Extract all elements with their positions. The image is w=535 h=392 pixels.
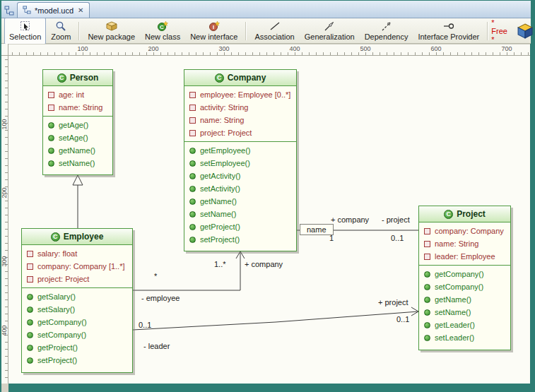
method-row[interactable]: getCompany() — [22, 316, 132, 328]
attribute-row[interactable]: name: String — [43, 101, 112, 114]
ruler-mark: 100 — [77, 45, 88, 52]
attribute-row[interactable]: project: Project — [184, 126, 296, 139]
toolbar-button-association[interactable]: Association — [249, 18, 299, 44]
method-row[interactable]: setCompany() — [419, 280, 510, 293]
association-name-label[interactable]: name — [300, 224, 334, 235]
role-label[interactable]: + project — [378, 298, 408, 307]
attribute-row[interactable]: company: Company [1..*] — [22, 260, 132, 273]
toolbar-button-interface-provider[interactable]: Interface Provider — [413, 18, 484, 44]
toolbar-button-label: Generalization — [305, 32, 355, 41]
method-text: getLeader() — [435, 321, 475, 329]
toolbar-button-new-package[interactable]: New package — [83, 18, 140, 44]
attribute-row[interactable]: activity: String — [184, 101, 296, 114]
multiplicity-label[interactable]: 1..* — [214, 260, 226, 268]
toolbar-button-zoom[interactable]: Zoom — [46, 18, 76, 44]
method-row[interactable]: getActivity() — [184, 170, 296, 182]
method-row[interactable]: getProject() — [22, 341, 132, 354]
method-row[interactable]: getAge() — [43, 119, 112, 131]
association-employee-project[interactable] — [133, 307, 418, 330]
method-row[interactable]: getLeader() — [419, 319, 510, 331]
toolbar-button-new-interface[interactable]: I New interface — [185, 18, 242, 44]
interface-provider-icon — [443, 20, 454, 32]
multiplicity-label[interactable]: * — [154, 272, 157, 280]
multiplicity-label[interactable]: 1 — [329, 234, 334, 242]
dependency-icon — [381, 20, 392, 32]
attribute-text: activity: String — [200, 103, 248, 112]
role-label[interactable]: + company — [331, 215, 369, 224]
class-company[interactable]: C Company employee: Employee [0..*] acti… — [184, 69, 297, 251]
diagram-canvas[interactable]: C Person age: int name: String getAge() … — [8, 56, 530, 384]
method-row[interactable]: setActivity() — [184, 182, 296, 195]
method-text: setAge() — [59, 133, 88, 142]
toolbar-button-generalization[interactable]: Generalization — [300, 18, 360, 44]
role-label[interactable]: + company — [245, 260, 283, 268]
attribute-text: project: Project — [200, 129, 252, 137]
class-person[interactable]: C Person age: int name: String getAge() … — [42, 69, 113, 175]
attribute-row[interactable]: age: int — [43, 88, 112, 101]
class-title: Employee — [64, 232, 104, 242]
multiplicity-label[interactable]: 0..1 — [139, 321, 151, 329]
method-row[interactable]: setAge() — [43, 131, 112, 144]
method-row[interactable]: getSalary() — [22, 290, 132, 303]
method-row[interactable]: setSalary() — [22, 303, 132, 316]
method-row[interactable]: setProject() — [184, 233, 296, 246]
ruler-mark: 200 — [148, 45, 158, 52]
class-employee[interactable]: C Employee salary: float company: Compan… — [21, 228, 133, 373]
attribute-text: company: Company [1..*] — [37, 262, 125, 271]
method-row[interactable]: getName() — [43, 144, 112, 157]
association-employee-company[interactable] — [133, 251, 245, 290]
class-project-header[interactable]: C Project — [419, 206, 510, 222]
method-text: setName() — [59, 159, 95, 167]
role-label[interactable]: - employee — [141, 294, 180, 302]
attribute-text: name: String — [59, 103, 102, 112]
generalization-employee-person[interactable] — [73, 175, 83, 228]
method-text: setName() — [200, 210, 236, 218]
method-row[interactable]: getProject() — [184, 220, 296, 233]
attributes-section: age: int name: String — [43, 86, 112, 117]
class-project[interactable]: C Project company: Company name: String … — [418, 206, 511, 350]
editor-tab-model-ucd[interactable]: *model.ucd ✕ — [17, 2, 90, 18]
class-employee-header[interactable]: C Employee — [22, 229, 132, 245]
class-icon: C — [444, 210, 453, 219]
attribute-row[interactable]: salary: float — [22, 247, 132, 260]
method-row[interactable]: getName() — [419, 293, 510, 306]
vertical-ruler: 100 200 300 400 — [1, 56, 8, 384]
attribute-row[interactable]: employee: Employee [0..*] — [184, 88, 296, 101]
method-row[interactable]: setLeader() — [419, 331, 510, 344]
attribute-row[interactable]: name: String — [419, 237, 510, 250]
class-company-header[interactable]: C Company — [184, 70, 296, 86]
toolbar-button-selection[interactable]: Selection — [4, 18, 46, 44]
method-icon — [424, 309, 430, 316]
multiplicity-label[interactable]: 0..1 — [396, 315, 409, 323]
free-license-label: * Free * — [491, 18, 507, 44]
method-icon — [189, 173, 196, 179]
method-row[interactable]: setProject() — [22, 354, 132, 367]
attribute-row[interactable]: company: Company — [419, 225, 510, 237]
method-row[interactable]: getEmployee() — [184, 144, 296, 157]
method-row[interactable]: setName() — [419, 306, 510, 319]
toolbar-button-new-class[interactable]: C New class — [140, 18, 185, 44]
attribute-row[interactable]: leader: Employee — [419, 250, 510, 263]
method-row[interactable]: setEmployee() — [184, 157, 296, 170]
app-window: *model.ucd ✕ Selection Zoom New package — [0, 0, 535, 392]
editor-tabbar: *model.ucd ✕ — [1, 1, 531, 18]
method-icon — [27, 294, 33, 300]
method-row[interactable]: setCompany() — [22, 328, 132, 341]
class-person-header[interactable]: C Person — [43, 70, 112, 86]
tab-close-icon[interactable]: ✕ — [77, 6, 84, 14]
method-text: setEmployee() — [200, 159, 250, 167]
svg-text:C: C — [160, 24, 164, 30]
attribute-row[interactable]: project: Project — [22, 273, 132, 285]
toolbar-button-label: Dependency — [365, 32, 408, 41]
toolbar-button-label: New interface — [190, 32, 237, 41]
role-label[interactable]: - project — [382, 215, 410, 224]
role-label[interactable]: - leader — [143, 342, 170, 350]
method-row[interactable]: setName() — [184, 208, 296, 220]
method-row[interactable]: setName() — [43, 157, 112, 170]
attribute-text: project: Project — [37, 275, 89, 283]
attribute-row[interactable]: name: String — [184, 114, 296, 126]
method-row[interactable]: getCompany() — [419, 268, 510, 280]
method-row[interactable]: getName() — [184, 195, 296, 208]
multiplicity-label[interactable]: 0..1 — [391, 234, 404, 242]
toolbar-button-dependency[interactable]: Dependency — [360, 18, 413, 44]
